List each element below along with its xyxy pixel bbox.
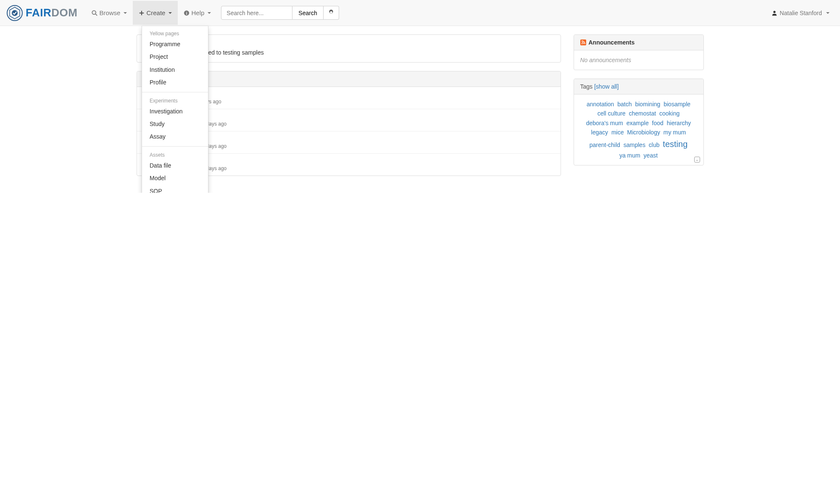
tag-microbiology[interactable]: Microbiology: [627, 128, 660, 137]
svg-point-2: [12, 10, 18, 16]
svg-point-9: [773, 10, 775, 13]
user-icon: [772, 10, 777, 16]
tags-panel: Tags [show all] annotation batch biomini…: [574, 79, 704, 165]
caret-icon: [826, 12, 829, 14]
tag-hierarchy[interactable]: hierarchy: [667, 118, 691, 128]
nav-browse[interactable]: Browse: [86, 1, 133, 25]
tag-parent-child[interactable]: parent-child: [590, 140, 620, 150]
create-menu-project[interactable]: Project: [142, 50, 208, 63]
search-input[interactable]: [221, 6, 292, 20]
dropdown-divider: [142, 92, 208, 92]
caret-icon: [169, 12, 172, 14]
tag-yeast[interactable]: yeast: [644, 151, 658, 160]
tag-batch[interactable]: batch: [617, 100, 632, 109]
gear-icon: [328, 9, 334, 15]
tag-mice[interactable]: mice: [611, 128, 624, 137]
dropdown-header: Yellow pages: [142, 28, 208, 38]
tag-testing[interactable]: testing: [663, 137, 687, 151]
nav-create[interactable]: Create: [133, 1, 178, 25]
nav-create-label: Create: [146, 9, 165, 16]
user-menu[interactable]: Natalie Stanford: [767, 5, 834, 21]
tag-example[interactable]: example: [627, 118, 649, 128]
create-menu-investigation[interactable]: Investigation: [142, 105, 208, 118]
tag-food[interactable]: food: [652, 118, 664, 128]
tag-annotation[interactable]: annotation: [587, 100, 614, 109]
caret-icon: [124, 12, 127, 14]
nav-help[interactable]: i Help: [178, 1, 217, 25]
svg-point-3: [92, 10, 96, 14]
user-name: Natalie Stanford: [780, 10, 822, 16]
create-menu-institution[interactable]: Institution: [142, 63, 208, 76]
caret-icon: [208, 12, 211, 14]
info-icon: i: [184, 10, 190, 16]
announcements-empty: No announcements: [580, 57, 631, 63]
search-button[interactable]: Search: [292, 6, 323, 20]
tag-cooking[interactable]: cooking: [659, 109, 679, 118]
nav-help-label: Help: [191, 9, 204, 16]
create-menu-model[interactable]: Model: [142, 172, 208, 184]
plus-icon: [139, 10, 145, 16]
tag-chemostat[interactable]: chemostat: [629, 109, 656, 118]
dropdown-header: Assets: [142, 150, 208, 159]
create-menu-assay[interactable]: Assay: [142, 130, 208, 143]
logo-text: FAIRDOM: [26, 6, 77, 19]
search-icon: [92, 10, 97, 16]
dropdown-header: Experiments: [142, 95, 208, 105]
tag-my-mum[interactable]: my mum: [664, 128, 686, 137]
search-settings-button[interactable]: [324, 6, 339, 20]
announcements-heading: Announcements: [589, 39, 635, 46]
tags-show-all[interactable]: [show all]: [594, 83, 619, 90]
logo[interactable]: FAIRDOM: [6, 5, 77, 21]
tag-biomining[interactable]: biomining: [635, 100, 660, 109]
tag-samples[interactable]: samples: [624, 140, 645, 150]
tag-cell-culture[interactable]: cell culture: [598, 109, 626, 118]
fairdom-logo-icon: [6, 5, 23, 21]
svg-point-10: [581, 43, 582, 45]
svg-text:i: i: [186, 10, 187, 15]
nav-browse-label: Browse: [99, 9, 120, 16]
create-menu-profile[interactable]: Profile: [142, 76, 208, 89]
announcements-panel: Announcements No announcements: [574, 34, 704, 70]
tag-ya-mum[interactable]: ya mum: [619, 151, 640, 160]
create-dropdown: Yellow pagesProgrammeProjectInstitutionP…: [142, 26, 208, 193]
dropdown-divider: [142, 146, 208, 147]
svg-line-4: [96, 14, 97, 16]
tag-debora-s-mum[interactable]: debora's mum: [586, 118, 623, 128]
create-menu-data-file[interactable]: Data file: [142, 159, 208, 172]
tag-biosample[interactable]: biosample: [664, 100, 690, 109]
create-menu-sop[interactable]: SOP: [142, 185, 208, 193]
tag-club[interactable]: club: [649, 140, 660, 150]
rss-icon[interactable]: [580, 39, 586, 45]
tag-legacy[interactable]: legacy: [591, 128, 608, 137]
create-menu-study[interactable]: Study: [142, 118, 208, 130]
create-menu-programme[interactable]: Programme: [142, 38, 208, 50]
tags-heading: Tags: [580, 83, 593, 90]
expand-tags-icon[interactable]: ⌄: [694, 157, 700, 163]
